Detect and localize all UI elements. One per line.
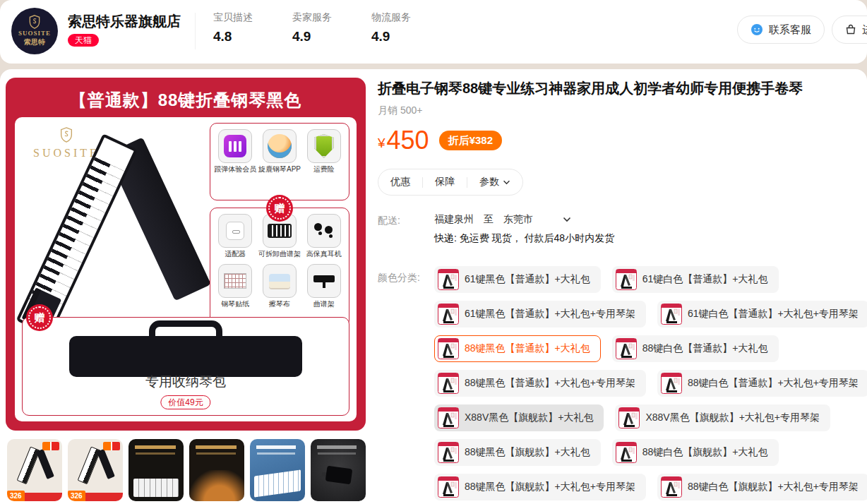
rating-value: 4.9: [371, 29, 411, 44]
store-logo-text-en: SUOSITE: [18, 30, 51, 37]
sku-option[interactable]: 61键黑色【普通款】+大礼包: [434, 266, 601, 293]
price-value: 450: [387, 126, 429, 155]
music-rack-icon: [268, 224, 292, 238]
sku-option-thumb-image: [438, 338, 459, 359]
header-divider: [195, 13, 196, 49]
chevron-down-icon: [563, 217, 571, 222]
sku-option[interactable]: 61键白色【普通款】+大礼包+专用琴架: [657, 301, 867, 328]
bundle-services-box: 跟弹体验会员 旋鹿钢琴APP 运费险: [210, 123, 349, 200]
sku-option[interactable]: 61键黑色【普通款】+大礼包+专用琴架: [434, 301, 646, 328]
gift-item: 曲谱架: [303, 264, 345, 309]
gallery-thumbnail-6[interactable]: [311, 439, 366, 501]
sku-option-thumb-image: [438, 269, 459, 290]
delivery-route-selector[interactable]: 福建泉州 至 东莞市: [434, 213, 614, 226]
brand-shield-icon: [59, 127, 73, 143]
rating-item-description: 宝贝描述 4.8: [213, 11, 253, 44]
shop-bag-icon: [845, 24, 856, 35]
bundle-item: 旋鹿钢琴APP: [258, 129, 301, 174]
gift-item: 擦琴布: [258, 264, 301, 309]
page: SUOSITE 索思特 索思特乐器旗舰店 天猫 宝贝描述 4.8 卖家服务 4.…: [0, 0, 867, 504]
gallery-thumbnail-2[interactable]: 326: [68, 439, 123, 501]
thumb-promo-strip: [85, 493, 123, 501]
product-title: 折叠电子钢琴88键专业练习神器家用成人初学者幼师专用便携手卷琴: [378, 79, 865, 98]
price-block: ¥ 450 折后¥382: [378, 126, 502, 155]
gift-stamp-badge: 赠: [28, 306, 51, 329]
sku-option-label: 61键黑色【普通款】+大礼包: [465, 273, 590, 286]
sku-option-label: 88键黑色【普通款】+大礼包+专用琴架: [465, 377, 635, 390]
gift-item: 钢琴贴纸: [214, 264, 256, 309]
sku-option-label: 88键白色【旗舰款】+大礼包+专用琴架: [688, 481, 859, 493]
sku-option-thumb-image: [438, 476, 459, 498]
sku-option[interactable]: 88键黑色【普通款】+大礼包+专用琴架: [434, 370, 646, 397]
sku-option-label: 88键白色【普通款】+大礼包: [642, 342, 768, 355]
gift-item: 可拆卸曲谱架: [258, 214, 301, 259]
sku-row: X88V黑色【旗舰款】+大礼包X88V黑色【旗舰款】+大礼包+专用琴架: [434, 404, 867, 431]
hero-image-panel: SUOSITE 跟弹体验会员 旋鹿钢琴APP: [15, 117, 357, 421]
rating-value: 4.9: [292, 29, 332, 44]
tab-coupons[interactable]: 优惠: [378, 176, 422, 188]
sku-option-label: 88键黑色【旗舰款】+大礼包: [465, 446, 590, 459]
tab-parameters[interactable]: 参数: [467, 176, 522, 188]
enter-store-button[interactable]: 进: [832, 16, 867, 44]
bundle-item: 运费险: [303, 129, 345, 174]
sku-option[interactable]: X88V黑色【旗舰款】+大礼包: [434, 404, 604, 431]
sku-option-thumb-image: [438, 373, 459, 394]
bundle-gifts-box: 赠 适配器 可拆卸曲谱架 高保真耳机: [210, 208, 349, 328]
store-logo-text-cn: 索思特: [24, 37, 45, 47]
chevron-down-icon: [503, 180, 510, 185]
info-tabs: 优惠 保障 参数: [378, 169, 523, 196]
image-thumbnail-strip: 326 326: [7, 439, 366, 501]
tab-guarantee[interactable]: 保障: [423, 176, 467, 188]
sku-option[interactable]: 88键白色【普通款】+大礼包: [612, 335, 779, 362]
main-product-image[interactable]: 【普通款】88键折叠钢琴黑色 SUOSITE: [6, 78, 366, 431]
sku-option-thumb-image: [661, 476, 682, 498]
piano-keys-leg: [16, 133, 138, 336]
sku-option[interactable]: 88键白色【旗舰款】+大礼包+专用琴架: [657, 474, 867, 500]
delivery-destination: 东莞市: [503, 213, 533, 226]
sku-option[interactable]: 88键白色【旗舰款】+大礼包: [612, 439, 779, 466]
sku-option[interactable]: 61键白色【普通款】+大礼包: [612, 266, 779, 293]
sku-option-label: X88V黑色【旗舰款】+大礼包: [465, 412, 593, 424]
product-main-card: 【普通款】88键折叠钢琴黑色 SUOSITE: [0, 69, 867, 504]
earphones-icon: [312, 220, 336, 241]
sku-row: 88键黑色【旗舰款】+大礼包+专用琴架88键白色【旗舰款】+大礼包+专用琴架: [434, 474, 867, 500]
bag-value-tag: 价值49元: [160, 395, 210, 409]
gift-item-label: 钢琴贴纸: [214, 300, 256, 309]
sku-option[interactable]: 88键白色【普通款】+大礼包+专用琴架: [657, 370, 867, 397]
sku-option-selected[interactable]: 88键黑色【普通款】+大礼包: [434, 335, 601, 362]
sku-row: 88键黑色【普通款】+大礼包+专用琴架88键白色【普通款】+大礼包+专用琴架: [434, 370, 867, 397]
delivery-from: 福建泉州: [434, 213, 474, 226]
sku-option-thumb-image: [438, 407, 459, 428]
thumb-promo-badge: [42, 442, 59, 450]
rating-label: 宝贝描述: [213, 11, 253, 24]
shield-logo-icon: [28, 15, 41, 29]
chat-bubble-icon: [751, 23, 763, 36]
delivery-to-word: 至: [484, 213, 494, 226]
thumb-promo-strip: [25, 493, 62, 501]
gallery-thumbnail-5[interactable]: [250, 439, 305, 501]
gallery-thumbnail-4[interactable]: [189, 439, 244, 501]
contact-support-button[interactable]: 联系客服: [737, 16, 825, 44]
gallery-thumbnail-1[interactable]: 326: [7, 439, 62, 501]
thumb-price-tag: 326: [68, 491, 85, 501]
sku-option[interactable]: X88V黑色【旗舰款】+大礼包+专用琴架: [615, 404, 830, 431]
thumb-price-tag: 326: [7, 491, 25, 501]
sku-option-thumb-image: [616, 338, 637, 359]
thumb-piano-image: [79, 449, 110, 486]
sku-section-label: 颜色分类:: [378, 272, 420, 284]
thumb-promo-badge: [103, 442, 120, 450]
sku-option-label: 88键黑色【旗舰款】+大礼包+专用琴架: [465, 481, 635, 493]
sku-option[interactable]: 88键黑色【旗舰款】+大礼包: [434, 439, 601, 466]
bundle-item-label: 运费险: [303, 165, 345, 174]
rating-item-logistics: 物流服务 4.9: [371, 11, 411, 44]
sku-row: 88键黑色【普通款】+大礼包88键白色【普通款】+大礼包: [434, 335, 867, 362]
gift-bag-panel: 赠 专用收纳琴包 价值49元: [22, 317, 349, 416]
rating-label: 物流服务: [371, 11, 411, 24]
bundle-item-label: 旋鹿钢琴APP: [258, 165, 301, 174]
gallery-thumbnail-3[interactable]: [128, 439, 184, 501]
sku-option[interactable]: 88键黑色【旗舰款】+大礼包+专用琴架: [434, 474, 646, 500]
sku-option-thumb-image: [616, 269, 637, 290]
sku-option-thumb-image: [661, 304, 682, 325]
sku-option-label: 88键白色【旗舰款】+大礼包: [642, 446, 768, 459]
enter-store-label: 进: [862, 23, 867, 37]
